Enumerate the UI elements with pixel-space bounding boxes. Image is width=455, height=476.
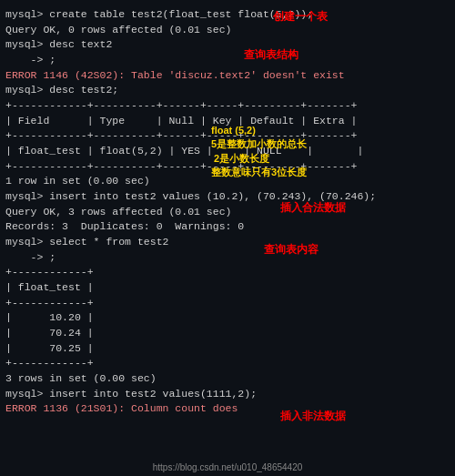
watermark: https://blog.csdn.net/u010_48654420 xyxy=(153,462,303,472)
terminal-line: mysql> insert into test2 values(1111,2); xyxy=(5,387,450,402)
terminal-line: mysql> insert into test2 values (10.2), … xyxy=(5,189,450,205)
terminal-line: | float_test | xyxy=(5,280,450,296)
terminal-line: 1 row in set (0.00 sec) xyxy=(5,174,450,189)
terminal-line: Query OK, 0 rows affected (0.01 sec) xyxy=(5,23,450,38)
terminal-line: Records: 3 Duplicates: 0 Warnings: 0 xyxy=(5,219,450,235)
terminal-line: | 10.20 | xyxy=(5,310,450,326)
terminal: mysql> create table test2(float_test flo… xyxy=(0,0,455,476)
terminal-line: | Field | Type | Null | Key | Default | … xyxy=(5,114,450,129)
terminal-line: +------------+ xyxy=(5,356,450,371)
terminal-line: +------------+----------+------+-----+--… xyxy=(5,159,450,175)
terminal-line: mysql> create table test2(float_test flo… xyxy=(5,7,450,23)
terminal-line: +------------+ xyxy=(5,265,450,280)
terminal-line: Query OK, 3 rows affected (0.01 sec) xyxy=(5,205,450,220)
terminal-line: +------------+----------+------+-----+--… xyxy=(5,128,450,144)
terminal-line: ERROR 1146 (42S02): Table 'discuz.text2'… xyxy=(5,68,450,84)
terminal-output: mysql> create table test2(float_test flo… xyxy=(5,7,450,417)
terminal-line: | 70.24 | xyxy=(5,326,450,341)
terminal-line: mysql> desc text2 xyxy=(5,37,450,53)
terminal-line: +------------+----------+------+-----+--… xyxy=(5,98,450,114)
terminal-line: +------------+ xyxy=(5,296,450,311)
terminal-line: mysql> desc test2; xyxy=(5,83,450,98)
terminal-line: | 70.25 | xyxy=(5,341,450,357)
terminal-line: | float_test | float(5,2) | YES | | NULL… xyxy=(5,144,450,159)
terminal-line: -> ; xyxy=(5,250,450,266)
terminal-line: 3 rows in set (0.00 sec) xyxy=(5,371,450,387)
terminal-line: ERROR 1136 (21S01): Column count does xyxy=(5,401,450,417)
terminal-line: -> ; xyxy=(5,53,450,68)
terminal-line: mysql> select * from test2 xyxy=(5,235,450,250)
